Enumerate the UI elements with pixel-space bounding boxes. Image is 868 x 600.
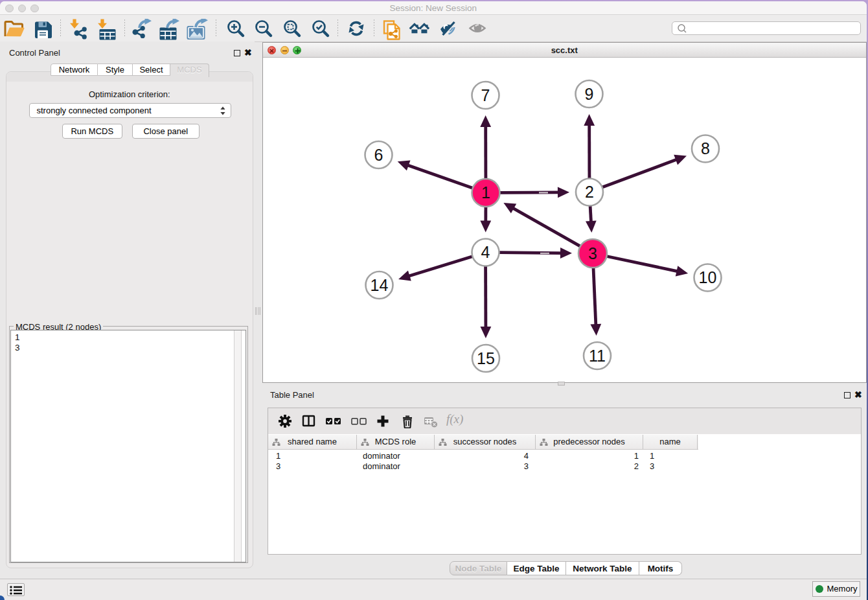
svg-text:15: 15 <box>477 349 495 367</box>
svg-text:2: 2 <box>585 183 594 201</box>
svg-text:14: 14 <box>371 275 389 294</box>
svg-text:7: 7 <box>481 86 490 104</box>
svg-text:6: 6 <box>374 145 383 163</box>
svg-text:11: 11 <box>589 346 606 364</box>
svg-text:8: 8 <box>701 139 710 157</box>
svg-text:1: 1 <box>481 183 490 202</box>
svg-text:9: 9 <box>585 84 594 102</box>
svg-text:4: 4 <box>481 243 490 261</box>
svg-text:10: 10 <box>699 268 717 286</box>
svg-text:3: 3 <box>588 244 597 262</box>
